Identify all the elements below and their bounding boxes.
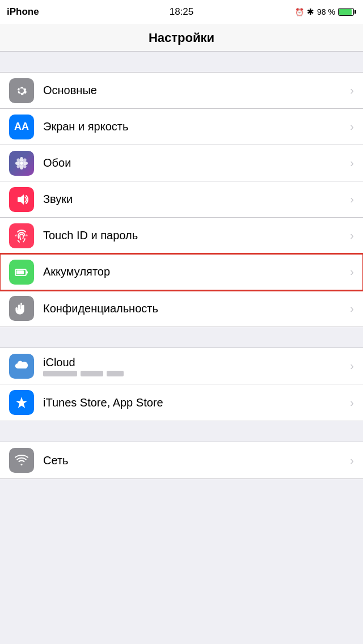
chevron-icon: › xyxy=(350,84,354,97)
battery-settings-icon xyxy=(14,264,29,280)
partial-label: Сеть xyxy=(43,454,345,467)
sounds-label: Звуки xyxy=(43,193,345,206)
section-gap-3 xyxy=(0,421,363,442)
wallpaper-icon-bg xyxy=(9,151,34,176)
chevron-icon: › xyxy=(350,454,354,467)
wallpaper-label: Обои xyxy=(43,156,345,170)
touchid-label: Touch ID и пароль xyxy=(43,229,345,242)
osnovnye-label: Основные xyxy=(43,84,345,97)
partial-icon-bg xyxy=(9,448,34,473)
battery-icon xyxy=(338,8,356,16)
icloud-label-container: iCloud xyxy=(43,356,345,376)
cloud-icon xyxy=(14,358,29,374)
icloud-main-label: iCloud xyxy=(43,356,345,369)
settings-group-2: iCloud › iTunes Store, App Store › xyxy=(0,348,363,421)
chevron-icon: › xyxy=(350,265,354,278)
icloud-sub-block-3 xyxy=(107,371,124,376)
status-bar: iPhone 18:25 ⏰ ✱ 98 % xyxy=(0,0,363,24)
chevron-icon: › xyxy=(350,120,354,133)
gear-icon-bg xyxy=(9,78,34,103)
nav-bar: Настройки xyxy=(0,24,363,52)
gear-icon xyxy=(14,83,29,99)
icloud-sub-block-2 xyxy=(81,371,103,376)
hand-icon xyxy=(14,300,29,316)
settings-item-partial[interactable]: Сеть › xyxy=(0,442,363,478)
wifi-icon xyxy=(14,452,29,468)
bluetooth-icon: ✱ xyxy=(307,7,314,17)
carrier-label: iPhone xyxy=(7,6,39,18)
settings-group-3: Сеть › xyxy=(0,442,363,479)
settings-item-screen[interactable]: AA Экран и яркость › xyxy=(0,109,363,145)
fingerprint-icon xyxy=(14,228,29,244)
icloud-icon-bg xyxy=(9,354,34,379)
settings-item-touchid[interactable]: Touch ID и пароль › xyxy=(0,218,363,254)
flower-icon xyxy=(14,155,29,171)
privacy-icon-bg xyxy=(9,296,34,321)
svg-rect-11 xyxy=(26,271,28,273)
settings-item-icloud[interactable]: iCloud › xyxy=(0,348,363,384)
chevron-icon: › xyxy=(350,193,354,206)
settings-item-osnovnye[interactable]: Основные › xyxy=(0,73,363,109)
sounds-icon-bg xyxy=(9,187,34,212)
svg-rect-10 xyxy=(16,270,24,274)
screen-icon-bg: AA xyxy=(9,115,34,139)
chevron-icon: › xyxy=(350,156,354,170)
time-label: 18:25 xyxy=(170,6,194,18)
battery-icon-bg xyxy=(9,260,34,285)
touchid-icon-bg xyxy=(9,223,34,248)
battery-percent-label: 98 % xyxy=(317,7,335,16)
chevron-icon: › xyxy=(350,229,354,242)
icloud-sub-blocks xyxy=(43,371,345,376)
page-title: Настройки xyxy=(149,31,214,45)
settings-item-itunes[interactable]: iTunes Store, App Store › xyxy=(0,384,363,421)
screen-label: Экран и яркость xyxy=(43,120,345,133)
battery-label: Аккумулятор xyxy=(43,265,345,278)
settings-item-privacy[interactable]: Конфиденциальность › xyxy=(0,290,363,327)
icloud-sub-block-1 xyxy=(43,371,77,376)
itunes-label: iTunes Store, App Store xyxy=(43,396,345,409)
chevron-icon: › xyxy=(350,302,354,315)
settings-item-sounds[interactable]: Звуки › xyxy=(0,181,363,218)
settings-item-wallpaper[interactable]: Обои › xyxy=(0,145,363,181)
status-indicators: ⏰ ✱ 98 % xyxy=(295,7,356,17)
section-gap-1 xyxy=(0,52,363,72)
chevron-icon: › xyxy=(350,359,354,372)
section-gap-2 xyxy=(0,327,363,348)
settings-item-battery[interactable]: Аккумулятор › xyxy=(0,254,363,290)
aa-icon: AA xyxy=(14,121,29,133)
appstore-icon xyxy=(14,395,29,410)
itunes-icon-bg xyxy=(9,390,34,415)
speaker-icon xyxy=(14,192,29,207)
chevron-icon: › xyxy=(350,396,354,409)
settings-group-1: Основные › AA Экран и яркость › Обои › xyxy=(0,72,363,327)
privacy-label: Конфиденциальность xyxy=(43,302,345,315)
alarm-icon: ⏰ xyxy=(295,8,304,16)
